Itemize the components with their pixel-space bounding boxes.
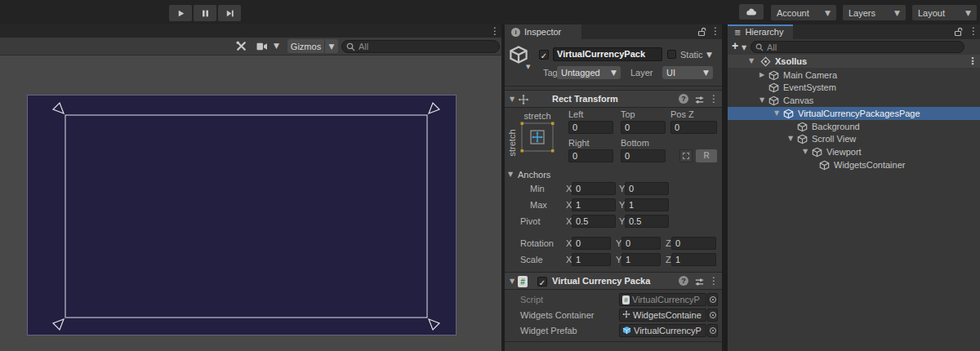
component-menu-kebab-icon[interactable]: ⋮ [709,276,717,286]
scene-camera-dropdown[interactable]: ▼ [256,42,279,52]
posz-field[interactable]: 0 [670,121,717,134]
raw-edit-button[interactable]: R [696,149,717,162]
gizmos-dropdown[interactable]: Gizmos ▼ [287,39,338,53]
stretch-label-left: stretch [506,122,519,163]
scene-menu-kebab-icon[interactable]: ⋮ [490,26,498,36]
rotation-z-field[interactable]: 0 [671,237,716,250]
widgets-container-object-field[interactable]: WidgetsContaine [619,309,706,322]
layout-dropdown[interactable]: Layout ▼ [912,5,977,20]
object-picker-button[interactable] [707,324,718,337]
scene-menu-kebab-icon[interactable]: ⋮ [968,56,976,66]
foldout-expanded-icon[interactable]: ▼ [510,278,514,285]
pause-button[interactable] [194,5,216,21]
icon-picker-caret[interactable]: ▼ [526,64,530,70]
hierarchy-item-main-camera[interactable]: ▶ Main Camera [728,69,980,82]
right-field[interactable]: 0 [568,149,613,162]
foldout-expanded-icon[interactable]: ▼ [760,97,764,104]
top-field[interactable]: 0 [621,121,666,134]
static-checkbox[interactable] [667,50,676,59]
hierarchy-menu-kebab-icon[interactable]: ⋮ [969,26,977,36]
hierarchy-item-canvas[interactable]: ▼ Canvas [728,94,980,107]
script-component-header[interactable]: ▼ # ✓ Virtual Currency Packa ? ⋮ [505,272,722,290]
info-icon: i [511,28,520,37]
play-button[interactable] [169,5,192,21]
scene-row-xsollus[interactable]: ▼ Xsollus ⋮ [728,55,980,68]
create-button[interactable]: + [732,40,738,51]
tab-hierarchy[interactable]: ≣ Hierarchy [728,24,793,39]
left-field[interactable]: 0 [568,121,613,134]
anchors-min-y-field[interactable]: 0 [625,182,669,195]
bottom-field[interactable]: 0 [621,149,666,162]
foldout-expanded-icon[interactable]: ▼ [788,136,793,142]
anchor-handle-bottom-right [429,319,439,330]
presets-icon[interactable] [694,95,705,107]
layers-dropdown[interactable]: Layers ▼ [843,5,906,20]
object-picker-button[interactable] [707,293,718,306]
hierarchy-item-eventsystem[interactable]: EventSystem [728,81,980,94]
component-menu-kebab-icon[interactable]: ⋮ [709,94,717,104]
tools-icon[interactable] [235,40,247,54]
rect-transform-gizmo[interactable] [0,56,501,351]
hierarchy-item-viewport[interactable]: ▼ Viewport [728,145,980,158]
scene-search[interactable] [341,40,500,53]
foldout-expanded-icon[interactable]: ▼ [749,58,754,64]
help-icon[interactable]: ? [679,276,688,286]
static-flags-caret[interactable]: ▼ [706,51,712,59]
layers-label: Layers [849,8,875,18]
gameobject-name-field[interactable]: VirtualCurrencyPack [553,47,662,61]
anchors-max-y-field[interactable]: 1 [625,198,669,211]
step-button[interactable] [218,5,241,21]
scale-z-field[interactable]: 1 [671,253,716,266]
camera-icon [256,42,268,51]
object-picker-button[interactable] [707,309,718,322]
pivot-x-field[interactable]: 0.5 [572,215,616,228]
create-caret-icon[interactable]: ▼ [742,44,746,51]
foldout-collapsed-icon[interactable]: ▶ [760,72,764,78]
check-icon: ✓ [541,51,547,60]
anchors-max-x-field[interactable]: 1 [572,198,616,211]
blueprint-mode-button[interactable] [679,149,693,162]
lock-icon[interactable] [697,27,706,38]
active-checkbox[interactable]: ✓ [539,50,549,60]
lock-icon[interactable] [954,27,963,38]
tag-value: Untagged [561,68,600,78]
component-enabled-checkbox[interactable]: ✓ [537,277,547,287]
hierarchy-item-widgetscontainer[interactable]: WidgetsContainer [728,158,980,171]
hierarchy-search[interactable] [751,41,964,53]
scene-name: Xsollus [775,55,807,68]
script-object-field[interactable]: # VirtualCurrencyP [619,293,706,306]
object-picker-icon [710,312,716,318]
scale-x-field[interactable]: 1 [572,253,611,266]
help-icon[interactable]: ? [679,94,688,104]
foldout-expanded-icon[interactable]: ▼ [774,110,779,117]
hierarchy-item-virtualcurrencypackagespage[interactable]: ▼ VirtualCurrencyPackagesPage [728,107,980,120]
hierarchy-item-background[interactable]: Background [728,120,980,133]
account-dropdown[interactable]: Account ▼ [771,5,836,20]
rotation-y-field[interactable]: 0 [621,237,661,250]
scene-search-input[interactable] [359,42,495,51]
tab-inspector[interactable]: i Inspector [505,24,581,39]
hierarchy-item-scroll-view[interactable]: ▼ Scroll View [728,132,980,145]
cloud-button[interactable] [739,4,764,20]
gameobject-cube-icon [768,70,779,81]
anchor-preset-widget[interactable] [519,121,555,155]
rect-transform-header[interactable]: ▼ Rect Transform ? ⋮ [505,90,722,108]
layer-dropdown[interactable]: UI ▼ [662,66,713,79]
anchors-foldout-icon[interactable]: ▼ [508,171,513,178]
rotation-x-field[interactable]: 0 [572,237,611,250]
layout-label: Layout [918,8,945,18]
scale-y-field[interactable]: 1 [621,253,661,266]
hierarchy-search-input[interactable] [767,42,960,52]
scene-viewport[interactable] [0,56,501,351]
step-icon [225,9,234,18]
widget-prefab-object-field[interactable]: VirtualCurrencyP [619,324,706,337]
tag-label: Tag [543,66,558,79]
presets-icon[interactable] [694,277,705,289]
foldout-expanded-icon[interactable]: ▼ [803,149,808,155]
chevron-down-icon: ▼ [894,9,900,17]
anchors-min-x-field[interactable]: 0 [572,182,616,195]
foldout-expanded-icon[interactable]: ▼ [510,96,514,103]
tag-dropdown[interactable]: Untagged ▼ [557,66,621,79]
pivot-y-field[interactable]: 0.5 [625,215,669,228]
inspector-menu-kebab-icon[interactable]: ⋮ [710,26,719,36]
